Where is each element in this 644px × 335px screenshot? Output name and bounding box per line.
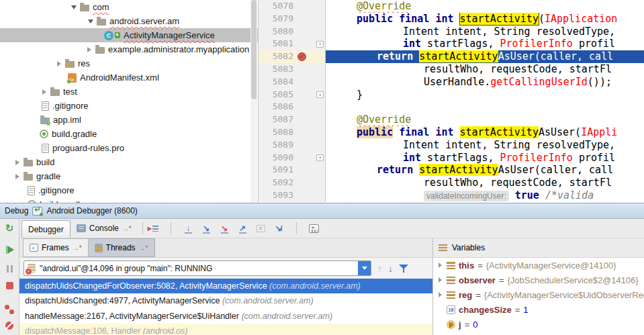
- stack-frame-row[interactable]: dispatchUidsChangedForObserver:5082, Act…: [19, 279, 432, 293]
- tree-item[interactable]: AndroidManifest.xml: [0, 70, 258, 85]
- code-line-text[interactable]: return startActivityAsUser(caller, call: [326, 50, 644, 63]
- tree-item[interactable]: build: [0, 155, 258, 169]
- code-line[interactable]: 5083resultWho, requestCode, startFl: [259, 63, 644, 76]
- tree-item[interactable]: app.iml: [0, 113, 258, 127]
- thread-selector-dropdown[interactable]: "android.ui"@14,096 in group "main": RUN…: [24, 260, 371, 276]
- code-line[interactable]: 5081▾int startFlags, ProfilerInfo profil: [259, 38, 644, 50]
- code-line[interactable]: 5082✓return startActivityAsUser(caller, …: [259, 50, 644, 63]
- chevron-down-icon[interactable]: [69, 3, 78, 11]
- code-line[interactable]: 5087@Override: [259, 113, 644, 126]
- evaluate-expression-icon[interactable]: [308, 223, 320, 234]
- code-line-text[interactable]: UserHandle.getCallingUserId());: [326, 76, 644, 89]
- force-step-into-icon[interactable]: ↘: [219, 223, 230, 234]
- show-execution-point-icon[interactable]: [148, 223, 159, 234]
- code-line-text[interactable]: Intent intent, String resolvedType,: [326, 139, 644, 152]
- fold-expand-icon[interactable]: ▴: [316, 91, 324, 98]
- chevron-right-icon[interactable]: [54, 59, 63, 68]
- stack-frame-row[interactable]: handleMessage:2167, ActivityManagerServi…: [19, 309, 432, 324]
- code-line[interactable]: 5088public final int startActivityAsUser…: [259, 126, 644, 139]
- code-line-text[interactable]: public final int startActivityAsUser(IAp…: [326, 126, 644, 139]
- stop-debugger-icon[interactable]: [4, 280, 15, 291]
- code-line-text[interactable]: @Override: [326, 0, 644, 13]
- fold-collapse-icon[interactable]: ▾: [316, 154, 324, 161]
- debug-left-toolbar: ↻: [0, 219, 19, 335]
- code-line-text[interactable]: int startFlags, ProfilerInfo profil: [326, 152, 644, 164]
- code-line[interactable]: 5079public final int startActivity(IAppl…: [259, 13, 644, 26]
- tree-item[interactable]: build.gradle: [0, 127, 258, 141]
- breakpoint-slot[interactable]: ✓: [293, 52, 310, 61]
- variable-row[interactable]: observer={JobSchedulerService$2@14106}: [433, 273, 644, 287]
- fold-collapse-icon[interactable]: ▾: [316, 41, 324, 48]
- code-line[interactable]: 5091return startActivityAsUser(caller, c…: [259, 164, 644, 177]
- chevron-right-icon[interactable]: [13, 172, 21, 181]
- stack-frame-row[interactable]: dispatchMessage:106, Handler (android.os…: [19, 324, 432, 335]
- previous-frame-button[interactable]: ↑: [377, 263, 382, 274]
- code-line[interactable]: 5089Intent intent, String resolvedType,: [259, 139, 644, 152]
- step-into-icon[interactable]: ↘: [201, 223, 212, 234]
- dropdown-arrow-button[interactable]: [358, 261, 371, 275]
- code-line[interactable]: 5086: [259, 101, 644, 113]
- variable-row[interactable]: pj=0: [433, 317, 644, 332]
- tree-item[interactable]: .gitignore: [0, 183, 258, 197]
- rerun-debugger-icon[interactable]: ↻: [4, 223, 15, 234]
- tab-debugger[interactable]: Debugger: [21, 220, 71, 238]
- tree-item[interactable]: gradle: [0, 169, 258, 183]
- stack-frame-row[interactable]: dispatchUidsChanged:4977, ActivityManage…: [19, 293, 432, 308]
- tree-item[interactable]: com: [0, 0, 258, 14]
- expand-arrow-icon[interactable]: [436, 292, 443, 297]
- variable-row[interactable]: this={ActivityManagerService@14100}: [433, 258, 644, 273]
- code-line-text[interactable]: return startActivityAsUser(caller, call: [326, 164, 644, 177]
- expand-arrow-icon[interactable]: [436, 277, 443, 283]
- code-line[interactable]: 5078@Override: [259, 0, 644, 13]
- tab-console[interactable]: Console →*: [71, 219, 138, 238]
- chevron-down-icon[interactable]: [86, 17, 95, 26]
- tree-item[interactable]: example.administrator.myapplication: [0, 42, 258, 56]
- code-line-text[interactable]: int startFlags, ProfilerInfo profil: [326, 38, 644, 50]
- code-line-text[interactable]: resultWho, requestCode, startFl: [326, 63, 644, 76]
- tab-frames[interactable]: Frames →*: [23, 238, 89, 257]
- tree-item[interactable]: test: [0, 85, 258, 99]
- code-line[interactable]: 5080Intent intent, String resolvedType,: [259, 26, 644, 38]
- breakpoint-icon[interactable]: ✓: [297, 52, 306, 61]
- tree-item[interactable]: proguard-rules.pro: [0, 141, 258, 155]
- mute-breakpoints-icon[interactable]: [4, 320, 15, 331]
- debug-tool-window-header[interactable]: Debug Android Debugger (8600): [0, 203, 644, 219]
- variable-row[interactable]: reg={ActivityManagerService$UidObserverR…: [433, 287, 644, 302]
- filter-frames-button[interactable]: [399, 264, 408, 273]
- code-line-text[interactable]: Intent intent, String resolvedType,: [326, 26, 644, 38]
- view-breakpoints-icon[interactable]: [4, 304, 15, 315]
- chevron-right-icon[interactable]: [85, 45, 93, 54]
- code-line-text[interactable]: @Override: [326, 113, 644, 126]
- code-line[interactable]: 5084UserHandle.getCallingUserId());: [259, 76, 644, 89]
- code-line[interactable]: 5092resultWho, requestCode, startFl: [259, 177, 644, 189]
- tree-item[interactable]: CActivityManagerService: [0, 28, 258, 42]
- code-token-err: ProfilerInfo: [500, 38, 573, 50]
- code-line-text[interactable]: validateIncomingUser: true /*valida: [326, 189, 644, 202]
- resume-program-icon[interactable]: [4, 244, 15, 255]
- step-out-icon[interactable]: ↗: [237, 223, 248, 234]
- code-line-text[interactable]: resultWho, requestCode, startFl: [326, 177, 644, 189]
- chevron-right-icon[interactable]: [40, 87, 48, 96]
- tree-item[interactable]: android.server.am: [0, 14, 258, 28]
- code-line[interactable]: 5090▾int startFlags, ProfilerInfo profil: [259, 152, 644, 164]
- expand-arrow-icon[interactable]: [436, 262, 443, 268]
- tree-item[interactable]: .gitignore: [0, 99, 258, 113]
- gutter-cell: 5087: [259, 113, 326, 126]
- tree-item-label: build: [36, 157, 54, 167]
- variable-row[interactable]: 18changesSize=1: [433, 302, 644, 317]
- project-tree-scrollbar[interactable]: [250, 0, 257, 203]
- scrollbar-thumb[interactable]: [251, 0, 257, 99]
- code-line-text[interactable]: public final int startActivity(IApplicat…: [326, 13, 644, 26]
- code-line-text[interactable]: }: [326, 89, 644, 101]
- code-line[interactable]: 5085▴}: [259, 89, 644, 101]
- code-line-text[interactable]: [326, 101, 644, 113]
- step-over-icon[interactable]: ↓: [183, 223, 194, 234]
- code-line[interactable]: 5093validateIncomingUser: true /*valida: [259, 189, 644, 202]
- next-frame-button[interactable]: ↓: [388, 263, 393, 274]
- tree-item[interactable]: res: [0, 56, 258, 70]
- chevron-right-icon[interactable]: [13, 158, 21, 166]
- code-editor[interactable]: 5078@Override5079public final int startA…: [259, 0, 644, 203]
- run-to-cursor-icon[interactable]: ↘I: [273, 223, 285, 234]
- tree-item[interactable]: build.gradle: [0, 197, 258, 203]
- tab-threads[interactable]: Threads →*: [89, 238, 155, 257]
